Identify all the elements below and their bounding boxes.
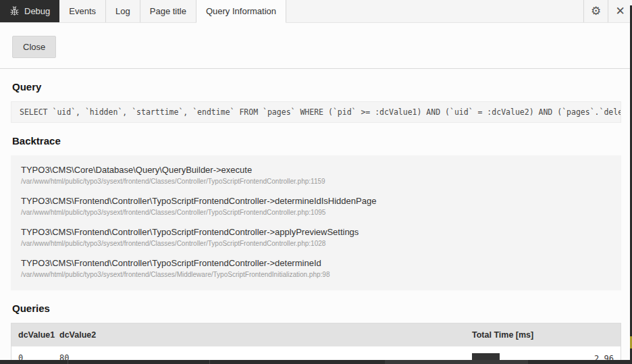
backtrace-function: TYPO3\CMS\Core\Database\Query\QueryBuild…	[21, 165, 611, 175]
backtrace-section: Backtrace TYPO3\CMS\Core\Database\Query\…	[0, 135, 632, 290]
backtrace-function: TYPO3\CMS\Frontend\Controller\TypoScript…	[21, 258, 611, 268]
column-header-total-time: Total Time [ms]	[465, 323, 621, 346]
tab-log-label: Log	[115, 6, 130, 16]
backtrace-file: /var/www/html/public/typo3/sysext/fronte…	[21, 209, 611, 216]
backtrace-entry: TYPO3\CMS\Frontend\Controller\TypoScript…	[21, 196, 611, 216]
backtrace-file: /var/www/html/public/typo3/sysext/fronte…	[21, 240, 611, 247]
queries-table: dcValue1 dcValue2 Total Time [ms] 0 80 2…	[11, 323, 621, 364]
backtrace-function: TYPO3\CMS\Frontend\Controller\TypoScript…	[21, 196, 611, 206]
bottom-edge-segment	[385, 360, 528, 364]
backtrace-panel: TYPO3\CMS\Core\Database\Query\QueryBuild…	[11, 155, 621, 290]
tabbar-spacer	[286, 0, 583, 22]
backtrace-entry: TYPO3\CMS\Frontend\Controller\TypoScript…	[21, 227, 611, 247]
backtrace-file: /var/www/html/public/typo3/sysext/fronte…	[21, 178, 611, 185]
toolbar-divider	[0, 68, 632, 69]
backtrace-function: TYPO3\CMS\Frontend\Controller\TypoScript…	[21, 227, 611, 237]
tab-debug-label: Debug	[24, 6, 50, 16]
sql-query-code: SELECT `uid`, `hidden`, `starttime`, `en…	[11, 101, 621, 123]
close-icon: ✕	[615, 5, 625, 17]
tab-page-title[interactable]: Page title	[140, 0, 196, 22]
bottom-edge-divider	[68, 360, 68, 364]
tab-events[interactable]: Events	[59, 0, 106, 22]
panel-close-button[interactable]: ✕	[608, 0, 632, 22]
tab-debug[interactable]: Debug	[0, 0, 59, 22]
gear-icon: ⚙	[591, 5, 601, 17]
admin-panel-tabbar: Debug Events Log Page title Query Inform…	[0, 0, 632, 23]
column-header-dcvalue1: dcValue1	[11, 323, 53, 346]
query-information-module: Close Query SELECT `uid`, `hidden`, `sta…	[0, 23, 632, 364]
close-button[interactable]: Close	[12, 36, 56, 58]
queries-section: Queries dcValue1 dcValue2 Total Time [ms…	[0, 303, 632, 364]
tab-events-label: Events	[69, 6, 96, 16]
backtrace-entry: TYPO3\CMS\Core\Database\Query\QueryBuild…	[21, 165, 611, 185]
backtrace-entry: TYPO3\CMS\Frontend\Controller\TypoScript…	[21, 258, 611, 278]
query-section: Query SELECT `uid`, `hidden`, `starttime…	[0, 81, 632, 123]
tab-log[interactable]: Log	[106, 0, 140, 22]
backtrace-file: /var/www/html/public/typo3/sysext/fronte…	[21, 271, 611, 278]
tab-query-information[interactable]: Query Information	[196, 0, 286, 23]
settings-button[interactable]: ⚙	[583, 0, 608, 22]
bottom-panel-edge	[0, 360, 632, 364]
queries-table-header: dcValue1 dcValue2 Total Time [ms]	[11, 323, 621, 346]
tab-page-title-label: Page title	[150, 6, 186, 16]
bottom-edge-divider	[209, 360, 210, 364]
tab-query-information-label: Query Information	[206, 6, 276, 16]
column-header-dcvalue2: dcValue2	[53, 323, 465, 346]
queries-section-title: Queries	[12, 303, 621, 314]
backtrace-section-title: Backtrace	[12, 135, 621, 147]
query-section-title: Query	[12, 81, 621, 93]
bug-icon	[9, 6, 20, 16]
